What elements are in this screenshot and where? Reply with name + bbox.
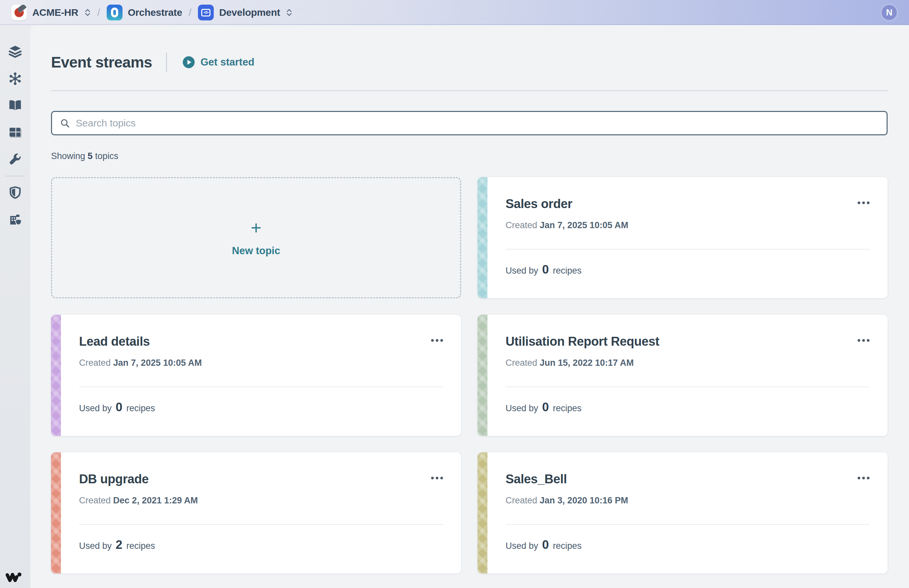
environment-switcher-icon[interactable] [286, 8, 293, 17]
card-divider [79, 386, 443, 387]
workspace-logo-icon [11, 5, 27, 20]
recipes-count: 2 [116, 538, 123, 552]
card-divider [506, 249, 870, 250]
topics-grid: + New topic Sales order Created Jan 7, 2… [51, 177, 888, 573]
topic-title: Sales_Bell [506, 472, 567, 486]
search-box [51, 111, 888, 135]
breadcrumb-workspace[interactable]: ACME-HR [11, 5, 91, 20]
topic-title: Sales order [506, 197, 573, 211]
topic-card-lead-details[interactable]: Lead details Created Jan 7, 2025 10:05 A… [51, 315, 461, 436]
topic-usage: Used by 0 recipes [79, 401, 443, 414]
topic-usage: Used by 2 recipes [79, 538, 443, 552]
topic-menu-button[interactable] [853, 334, 870, 342]
topic-menu-button[interactable] [427, 472, 443, 479]
breadcrumb-product[interactable]: Orchestrate [107, 5, 182, 20]
breadcrumb-separator: / [189, 7, 191, 18]
topic-usage: Used by 0 recipes [506, 538, 870, 552]
topic-created: Created Dec 2, 2021 1:29 AM [79, 496, 443, 506]
card-divider [79, 524, 443, 525]
sidebar [0, 25, 30, 588]
topic-accent-strip [51, 452, 61, 573]
topic-title: Lead details [79, 334, 150, 349]
search-input[interactable] [76, 118, 879, 129]
topic-menu-button[interactable] [853, 472, 870, 479]
recipes-count: 0 [542, 538, 549, 552]
environment-label: Development [219, 7, 280, 18]
new-topic-label: New topic [232, 245, 280, 257]
topic-accent-strip [477, 315, 487, 436]
topic-created: Created Jan 3, 2020 10:16 PM [506, 496, 870, 506]
get-started-button[interactable]: Get started [182, 56, 255, 69]
topic-menu-button[interactable] [853, 197, 870, 204]
new-topic-card[interactable]: + New topic [51, 177, 461, 298]
user-avatar[interactable]: N [881, 4, 898, 21]
get-started-label: Get started [201, 56, 255, 68]
topic-created: Created Jun 15, 2022 10:17 AM [506, 358, 870, 368]
topic-usage: Used by 0 recipes [506, 401, 870, 414]
topic-created: Created Jan 7, 2025 10:05 AM [506, 220, 870, 231]
topic-card-utilisation-report-request[interactable]: Utilisation Report Request Created Jun 1… [477, 315, 888, 436]
topic-card-sales-order[interactable]: Sales order Created Jan 7, 2025 10:05 AM… [477, 177, 888, 298]
topics-count: 5 [87, 151, 92, 161]
sidebar-item-layers[interactable] [5, 38, 26, 65]
sidebar-item-governance[interactable] [5, 206, 26, 233]
layers-icon [8, 45, 22, 58]
topics-count-summary: Showing 5 topics [51, 151, 888, 162]
sidebar-item-hub[interactable] [5, 65, 26, 92]
product-label: Orchestrate [128, 7, 182, 18]
topic-title: Utilisation Report Request [506, 334, 659, 349]
main-content: Event streams Get started Showing 5 topi… [30, 25, 909, 588]
recipes-count: 0 [542, 401, 549, 414]
card-divider [506, 386, 870, 387]
search-icon [60, 118, 70, 128]
topic-accent-strip [477, 452, 487, 573]
recipes-count: 0 [116, 401, 123, 414]
sidebar-item-library[interactable] [5, 92, 26, 119]
topic-card-db-upgrade[interactable]: DB upgrade Created Dec 2, 2021 1:29 AM U… [51, 452, 461, 573]
topic-accent-strip [477, 177, 487, 298]
plus-icon: + [251, 219, 262, 237]
header-divider [166, 53, 167, 72]
development-icon: </> [198, 5, 214, 20]
wrench-icon [8, 153, 22, 166]
top-bar: ACME-HR / Orchestrate / </> Development … [0, 0, 909, 25]
org-shield-icon [8, 213, 23, 226]
card-divider [506, 524, 870, 525]
breadcrumb: ACME-HR / Orchestrate / </> Development [11, 5, 293, 20]
topic-title: DB upgrade [79, 472, 149, 486]
sidebar-item-shield[interactable] [5, 179, 26, 206]
shield-icon [8, 186, 22, 200]
page-header: Event streams Get started [51, 53, 888, 72]
content-divider [51, 90, 888, 91]
workspace-label: ACME-HR [32, 7, 78, 18]
topic-usage: Used by 0 recipes [506, 263, 870, 276]
workato-logo[interactable] [5, 570, 23, 584]
topic-menu-button[interactable] [427, 334, 443, 342]
topic-card-sales-bell[interactable]: Sales_Bell Created Jan 3, 2020 10:16 PM … [477, 452, 888, 573]
sidebar-item-tools[interactable] [5, 146, 26, 173]
breadcrumb-environment[interactable]: </> Development [198, 5, 293, 20]
hub-icon [8, 72, 22, 86]
sidebar-item-dashboard[interactable] [5, 119, 26, 146]
topic-created: Created Jan 7, 2025 10:05 AM [79, 358, 443, 368]
page-title: Event streams [51, 53, 152, 71]
sidebar-divider [6, 176, 25, 176]
book-icon [8, 99, 23, 113]
breadcrumb-separator: / [97, 7, 100, 18]
recipes-count: 0 [542, 263, 549, 276]
workspace-switcher-icon[interactable] [84, 8, 91, 17]
dashboard-icon [8, 126, 23, 140]
play-icon [182, 56, 195, 69]
topic-accent-strip [51, 315, 61, 436]
orchestrate-icon [107, 5, 123, 20]
